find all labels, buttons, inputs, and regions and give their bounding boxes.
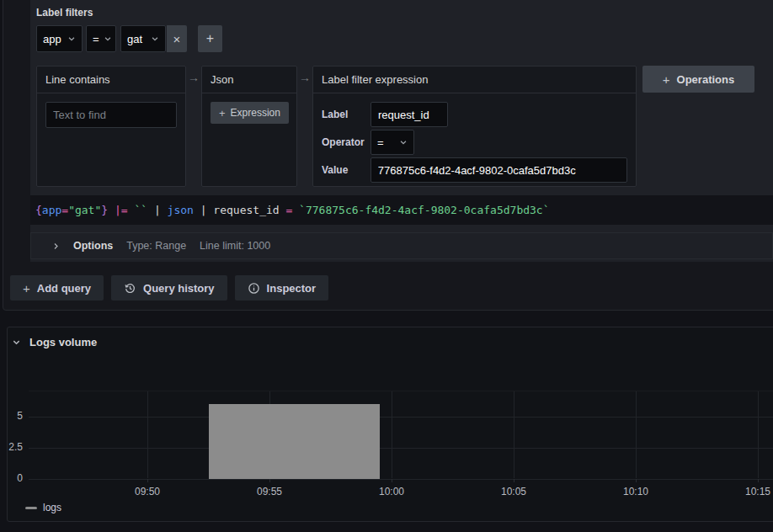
query-token: request_id: [213, 204, 285, 216]
x-axis-tick-label: 10:00: [366, 486, 417, 497]
h-gridline: [29, 448, 773, 449]
query-token: "gat": [68, 204, 101, 216]
options-collapse-row[interactable]: Options Type: Range Line limit: 1000: [30, 232, 773, 259]
plus-icon: +: [663, 72, 670, 87]
query-token: json: [168, 204, 194, 216]
options-label: Options: [73, 240, 113, 252]
query-preview[interactable]: {app="gat"} |= `` | json | request_id = …: [30, 195, 773, 225]
query-token: `776875c6-f4d2-4acf-9802-0cafa5d7bd3c`: [299, 204, 549, 216]
v-gridline: [636, 391, 637, 478]
label-field-label: Label: [322, 109, 371, 120]
chevron-down-icon: [151, 35, 159, 43]
legend-series-label: logs: [43, 502, 61, 513]
query-toolbar: + Add query Query history Inspec: [10, 275, 328, 301]
x-axis-tick: [269, 479, 270, 482]
x-axis-tick-label: 10:15: [733, 486, 773, 497]
label-field-input[interactable]: [371, 102, 448, 127]
line-contains-input[interactable]: [45, 102, 177, 128]
expression-button-label: Expression: [231, 107, 280, 119]
close-icon: ×: [173, 32, 181, 46]
x-axis-tick-label: 10:05: [488, 486, 539, 497]
query-preview-code: {app="gat"} |= `` | json | request_id = …: [35, 204, 550, 216]
label-filter-value-select[interactable]: gat: [120, 25, 166, 52]
label-filter-operator-value: =: [93, 33, 99, 45]
query-token: |: [194, 204, 213, 216]
plus-icon: +: [219, 107, 226, 120]
query-history-button[interactable]: Query history: [111, 275, 227, 301]
query-token: }: [101, 204, 108, 216]
v-gridline: [758, 391, 759, 478]
x-axis-tick: [514, 479, 514, 482]
y-axis-tick-label: 2.5: [0, 441, 23, 453]
value-field-input[interactable]: [371, 157, 627, 183]
v-gridline: [514, 391, 514, 478]
label-filter-expression-title: Label filter expression: [313, 66, 636, 93]
line-contains-title: Line contains: [37, 66, 185, 93]
query-token: {: [35, 204, 42, 216]
add-query-label: Add query: [37, 282, 91, 295]
label-filter-operator-select[interactable]: =: [86, 25, 116, 52]
info-icon: [248, 282, 260, 295]
plus-icon: +: [206, 31, 214, 46]
operations-button[interactable]: + Operations: [642, 66, 754, 93]
chevron-down-icon: [67, 35, 76, 43]
x-axis-tick-label: 09:50: [122, 486, 173, 497]
x-axis-tick-label: 10:10: [610, 486, 661, 497]
inspector-label: Inspector: [267, 282, 317, 295]
json-title: Json: [202, 66, 296, 93]
label-filter-label-value: app: [43, 33, 61, 45]
label-filter-expression-card: Label filter expression Label Operator =…: [312, 66, 637, 187]
logs-legend-item[interactable]: logs: [25, 502, 61, 513]
chevron-down-icon: [399, 138, 408, 146]
inspector-button[interactable]: Inspector: [235, 275, 329, 301]
x-axis-tick: [758, 479, 759, 482]
plus-icon: +: [23, 281, 30, 295]
label-filter-label-select[interactable]: app: [36, 25, 83, 52]
add-expression-button[interactable]: + Expression: [211, 102, 289, 124]
history-icon: [124, 282, 136, 295]
add-label-filter-button[interactable]: +: [198, 25, 222, 52]
x-axis-tick: [147, 479, 148, 482]
operator-field-value: =: [377, 136, 384, 149]
query-token: |: [147, 204, 167, 216]
explore-view: Label filters app = gat × + Line: [0, 0, 773, 532]
logs-volume-header[interactable]: Logs volume: [12, 336, 97, 348]
chevron-right-icon: [52, 242, 60, 251]
h-gridline: [29, 417, 773, 418]
query-token: |=: [115, 204, 128, 216]
query-token: app: [42, 204, 61, 216]
x-axis-tick: [636, 479, 637, 482]
query-token: =: [61, 204, 68, 216]
x-axis-tick: [392, 479, 392, 482]
line-contains-card: Line contains: [36, 66, 186, 187]
chevron-down-icon: [104, 35, 112, 43]
operator-field-select[interactable]: =: [371, 130, 414, 155]
legend-series-swatch: [25, 507, 37, 509]
v-gridline: [147, 391, 148, 478]
label-filter-value-value: gat: [127, 33, 142, 45]
arrow-right-icon: →: [298, 71, 312, 84]
chevron-down-icon: [12, 338, 21, 347]
query-token: ``: [134, 204, 147, 216]
options-line-limit: Line limit: 1000: [200, 240, 270, 252]
y-axis-tick-label: 5: [0, 410, 23, 422]
x-axis-tick-label: 09:55: [244, 486, 295, 497]
remove-label-filter-button[interactable]: ×: [167, 25, 187, 52]
query-token: [108, 204, 115, 216]
query-token: [292, 204, 299, 216]
logs-volume-title: Logs volume: [29, 336, 97, 348]
operations-button-label: Operations: [677, 73, 735, 86]
v-gridline: [392, 391, 392, 478]
json-card: Json + Expression: [201, 66, 297, 187]
logs-volume-chart[interactable]: [29, 391, 773, 478]
logs-volume-bar[interactable]: [209, 404, 380, 479]
value-field-label: Value: [322, 164, 371, 176]
options-type: Type: Range: [126, 240, 186, 252]
label-filters-title: Label filters: [36, 7, 93, 19]
h-gridline: [29, 479, 773, 480]
operator-field-label: Operator: [322, 136, 371, 148]
label-filters-row: app = gat × +: [36, 25, 222, 52]
query-history-label: Query history: [143, 282, 215, 295]
add-query-button[interactable]: + Add query: [10, 275, 104, 301]
arrow-right-icon: →: [187, 71, 200, 84]
